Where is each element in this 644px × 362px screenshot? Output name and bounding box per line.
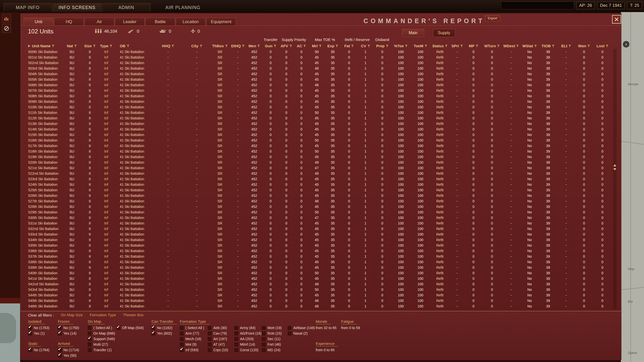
filter-checkbox-no-1162[interactable]: No (1162) — [151, 325, 177, 331]
col-header-unit-name[interactable]: Unit Name — [24, 42, 63, 49]
unit-row[interactable]: 507th Ski BattalionSUIIInf41 Ski Battali… — [24, 88, 612, 93]
col-header-elt[interactable]: ELt — [557, 42, 575, 49]
report-tab-equipment[interactable]: Equipment — [206, 18, 236, 26]
filter-checkbox-transfer-1[interactable]: Transfer (1) — [88, 347, 115, 353]
filter-funnel-icon[interactable] — [497, 45, 500, 47]
cell-unit-name[interactable]: 540th Ski Battalion — [24, 270, 63, 276]
view-tab-supply[interactable]: Supply — [433, 29, 455, 37]
unit-row[interactable]: 532nd Ski BattalionSUIIInf41 Ski Battali… — [24, 226, 612, 232]
unit-row[interactable]: 529th Ski BattalionSUIIInf41 Ski Battali… — [24, 209, 612, 215]
filter-checkbox-on-map-686[interactable]: On Map (686) — [88, 331, 115, 336]
col-header-afv[interactable]: AFV — [279, 42, 294, 49]
top-tab-map-info[interactable]: MAP INFO — [4, 3, 52, 12]
report-tab-location[interactable]: Location — [176, 18, 206, 26]
filter-checkbox-select-all[interactable]: ( Select All ) — [180, 325, 204, 331]
unit-row[interactable]: 508th Ski BattalionSUIIInf41 Ski Battali… — [24, 93, 612, 99]
unit-row[interactable]: 528th Ski BattalionSUIIInf41 Ski Battali… — [24, 204, 612, 209]
clear-all-filters-button[interactable]: Clear all filters : — [28, 313, 54, 317]
top-tab-admin[interactable]: ADMIN — [102, 3, 150, 12]
filter-funnel-icon[interactable] — [74, 45, 77, 47]
unit-row[interactable]: 512th Ski BattalionSUIIInf41 Ski Battali… — [24, 115, 612, 121]
col-header-dthq[interactable]: DtHQ — [230, 42, 246, 49]
filter-funnel-icon[interactable] — [303, 45, 306, 47]
cell-unit-name[interactable]: 534th Ski Battalion — [24, 237, 63, 243]
filter-checkbox-mech-18[interactable]: Mech (18) — [180, 336, 204, 342]
col-header-toem[interactable]: ToeM — [411, 42, 430, 49]
col-header-type[interactable]: Type — [99, 42, 114, 49]
filter-funnel-icon[interactable] — [172, 45, 174, 47]
cell-unit-name[interactable]: 529th Ski Battalion — [24, 209, 63, 215]
filter-checkbox-aa-203[interactable]: AA (203) — [234, 336, 262, 342]
filter-funnel-icon[interactable] — [425, 45, 427, 47]
unit-row[interactable]: 541st Ski BattalionSUIIInf41 Ski Battali… — [24, 276, 612, 281]
expand-panel-icon[interactable]: › — [623, 41, 629, 48]
unit-row[interactable]: 540th Ski BattalionSUIIInf41 Ski Battali… — [24, 270, 612, 276]
filter-checkbox-yes-14[interactable]: Yes (14) — [58, 331, 79, 336]
cell-unit-name[interactable]: 510th Ski Battalion — [24, 104, 63, 110]
unit-row[interactable]: 509th Ski BattalionSUIIInf41 Ski Battali… — [24, 99, 612, 104]
filter-checkbox-yes-602[interactable]: Yes (602) — [151, 331, 177, 336]
cell-unit-name[interactable]: 511th Ski Battalion — [24, 110, 63, 115]
filter-checkbox-mot-9[interactable]: Mot (9) — [180, 342, 204, 347]
col-header-exp[interactable]: Exp — [325, 42, 341, 49]
filter-funnel-icon[interactable] — [569, 45, 571, 47]
filter-checkbox-yes-50[interactable]: Yes (50) — [58, 353, 79, 358]
unit-row[interactable]: 505th Ski BattalionSUIIInf41 Ski Battali… — [24, 77, 612, 82]
unit-row[interactable]: 516th Ski BattalionSUIIInf41 Ski Battali… — [24, 138, 612, 143]
col-header-wstat[interactable]: WStat — [520, 42, 539, 49]
filter-funnel-icon[interactable] — [587, 45, 590, 47]
filter-link-on-map-size[interactable]: On Map Size — [61, 313, 83, 317]
filter-checkbox-airbase-148[interactable]: AirBase (148) — [288, 325, 315, 331]
filter-checkbox-arm-77[interactable]: Arm (77) — [180, 331, 204, 336]
filter-checkbox-cav-79[interactable]: Cav (79) — [208, 331, 228, 336]
cell-unit-name[interactable]: 523rd Ski Battalion — [24, 176, 63, 182]
group-header-supply-priority[interactable]: Supply Priority — [279, 36, 309, 42]
unit-row[interactable]: 503rd Ski BattalionSUIIInf41 Ski Battali… — [24, 66, 612, 71]
filter-checkbox-off-map-504[interactable]: Off Map (504) — [116, 325, 144, 331]
filter-checkbox-mg-24[interactable]: MG (24) — [262, 347, 282, 353]
cell-unit-name[interactable]: 516th Ski Battalion — [24, 138, 63, 143]
message-box[interactable] — [501, 2, 574, 9]
unit-row[interactable]: 530th Ski BattalionSUIIInf41 Ski Battali… — [24, 215, 612, 220]
filter-funnel-icon[interactable] — [52, 45, 54, 47]
filter-checkbox-rckt-15[interactable]: Rckt (15) — [262, 331, 282, 336]
unit-row[interactable]: 515th Ski BattalionSUIIInf41 Ski Battali… — [24, 132, 612, 138]
cell-unit-name[interactable]: 536th Ski Battalion — [24, 248, 63, 254]
cell-unit-name[interactable]: 533rd Ski Battalion — [24, 232, 63, 237]
col-header-size[interactable]: Size — [81, 42, 99, 49]
cell-unit-name[interactable]: 526th Ski Battalion — [24, 193, 63, 198]
col-header-cv[interactable]: CV — [357, 42, 374, 49]
col-header-spri[interactable]: SPri — [450, 42, 465, 49]
col-header-nat[interactable]: Nat — [63, 42, 81, 49]
filter-checkbox-crps-10[interactable]: Crps (10) — [208, 347, 228, 353]
unit-row[interactable]: 502nd Ski BattalionSUIIInf41 Ski Battali… — [24, 60, 612, 66]
cell-unit-name[interactable]: 537th Ski Battalion — [24, 254, 63, 259]
col-header-city[interactable]: City — [183, 42, 210, 49]
filter-funnel-icon[interactable] — [257, 45, 260, 47]
unit-row[interactable]: 517th Ski BattalionSUIIInf41 Ski Battali… — [24, 143, 612, 149]
filter-checkbox-art-197[interactable]: Art (197) — [208, 336, 228, 342]
cell-unit-name[interactable]: 530th Ski Battalion — [24, 215, 63, 220]
export-button[interactable]: Export — [485, 15, 500, 21]
scroll-down-icon[interactable] — [613, 168, 616, 170]
cell-unit-name[interactable]: 520th Ski Battalion — [24, 160, 63, 165]
top-tab-air-planning[interactable]: AIR PLANNING — [159, 4, 207, 12]
cell-unit-name[interactable]: 528th Ski Battalion — [24, 204, 63, 209]
unit-row[interactable]: 523rd Ski BattalionSUIIInf41 Ski Battali… — [24, 176, 612, 182]
filter-funnel-icon[interactable] — [319, 45, 321, 47]
cell-unit-name[interactable]: 515th Ski Battalion — [24, 132, 63, 138]
cell-unit-name[interactable]: 514th Ski Battalion — [24, 126, 63, 132]
unit-row[interactable]: 500th Ski BattalionSUIIInf41 Ski Battali… — [24, 49, 612, 55]
col-header-status[interactable]: Status — [430, 42, 450, 49]
unit-row[interactable]: 524th Ski BattalionSUIIInf41 Ski Battali… — [24, 182, 612, 187]
unit-row[interactable]: 513th Ski BattalionSUIIInf41 Ski Battali… — [24, 121, 612, 126]
filter-checkbox-sec-11[interactable]: Sec (11) — [262, 336, 282, 342]
cell-unit-name[interactable]: 501st Ski Battalion — [24, 55, 63, 60]
unit-row[interactable]: 519th Ski BattalionSUIIInf41 Ski Battali… — [24, 154, 612, 160]
unit-row[interactable]: 510th Ski BattalionSUIIInf41 Ski Battali… — [24, 104, 612, 110]
filter-checkbox-fort-46[interactable]: Fort (46) — [262, 342, 282, 347]
cell-unit-name[interactable]: 517th Ski Battalion — [24, 143, 63, 149]
unit-row[interactable]: 533rd Ski BattalionSUIIInf41 Ski Battali… — [24, 232, 612, 237]
cell-unit-name[interactable]: 527th Ski Battalion — [24, 198, 63, 204]
unit-row[interactable]: 514th Ski BattalionSUIIInf41 Ski Battali… — [24, 126, 612, 132]
